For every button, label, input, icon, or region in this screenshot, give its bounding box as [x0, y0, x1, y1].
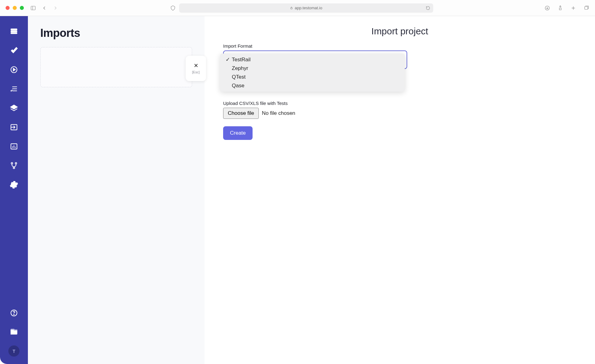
window-zoom-icon[interactable] [20, 6, 24, 10]
option-zephyr[interactable]: Zephyr [220, 64, 405, 73]
import-icon[interactable] [9, 123, 19, 132]
nav-forward-icon[interactable] [52, 5, 59, 11]
layers-icon[interactable] [9, 103, 19, 113]
check-icon[interactable] [9, 46, 19, 55]
tab-overview-icon[interactable] [583, 5, 589, 11]
svg-rect-11 [11, 32, 17, 33]
close-icon: ✕ [194, 63, 198, 68]
downloads-icon[interactable] [544, 5, 550, 11]
play-circle-icon[interactable] [9, 65, 19, 74]
share-icon[interactable] [557, 5, 563, 11]
svg-marker-17 [11, 105, 17, 109]
privacy-shield-icon[interactable] [170, 5, 176, 11]
left-panel: Imports [28, 16, 205, 364]
svg-point-26 [13, 167, 15, 169]
svg-rect-2 [291, 8, 293, 9]
window-controls [6, 6, 24, 10]
svg-point-28 [14, 314, 14, 315]
close-button[interactable]: ✕ [Esc] [186, 56, 206, 81]
svg-rect-8 [585, 6, 588, 9]
window-minimize-icon[interactable] [13, 6, 17, 10]
reload-icon[interactable] [426, 6, 430, 10]
window-close-icon[interactable] [6, 6, 10, 10]
page-title: Imports [40, 27, 192, 40]
svg-rect-9 [11, 29, 17, 30]
new-tab-icon[interactable] [570, 5, 576, 11]
no-file-text: No file chosen [262, 110, 295, 116]
import-format-label: Import Format [223, 43, 576, 49]
esc-hint: [Esc] [192, 70, 200, 74]
url-text: app.testomat.io [295, 6, 322, 10]
sidebar-toggle-icon[interactable] [30, 5, 36, 11]
menu-icon[interactable] [9, 27, 19, 36]
choose-file-button[interactable]: Choose file [223, 108, 259, 119]
svg-rect-10 [11, 31, 17, 32]
help-icon[interactable] [9, 308, 19, 318]
analytics-icon[interactable] [9, 142, 19, 151]
checklist-icon[interactable] [9, 84, 19, 93]
svg-rect-0 [31, 6, 35, 10]
modal-title: Import project [223, 26, 576, 37]
create-button[interactable]: Create [223, 126, 253, 140]
gear-icon[interactable] [9, 180, 19, 189]
empty-list-placeholder [40, 47, 192, 87]
upload-label: Upload CSV/XLS file with Tests [223, 101, 576, 106]
option-qtest[interactable]: QTest [220, 73, 405, 81]
modal-panel: Import project Import Format ✓TestRail Z… [205, 16, 595, 364]
option-testrail[interactable]: ✓TestRail [220, 55, 405, 64]
svg-point-25 [15, 162, 17, 164]
sidebar: T [0, 16, 28, 364]
address-bar[interactable]: app.testomat.io [179, 3, 433, 13]
avatar[interactable]: T [8, 345, 20, 357]
option-qase[interactable]: Qase [220, 81, 405, 90]
lock-icon [290, 6, 293, 10]
nav-back-icon[interactable] [41, 5, 47, 11]
folders-icon[interactable] [9, 327, 19, 336]
import-format-dropdown: ✓TestRail Zephyr QTest Qase [220, 54, 405, 92]
browser-toolbar: app.testomat.io [0, 0, 595, 16]
avatar-initial: T [12, 349, 15, 354]
svg-point-24 [11, 162, 13, 164]
import-format-select[interactable]: ✓TestRail Zephyr QTest Qase [223, 50, 407, 69]
svg-marker-13 [13, 68, 15, 71]
branch-icon[interactable] [9, 161, 19, 170]
